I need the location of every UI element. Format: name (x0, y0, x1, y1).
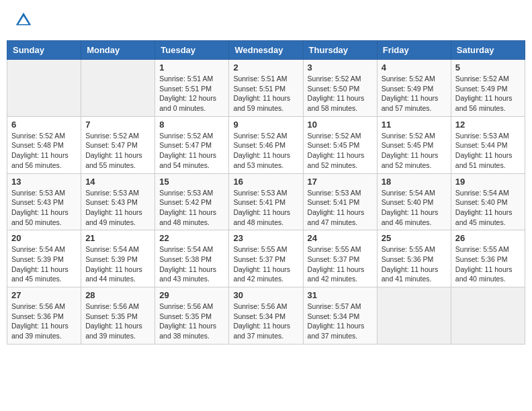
day-info: Sunrise: 5:52 AM Sunset: 5:48 PM Dayligh… (11, 131, 77, 171)
calendar-cell (377, 287, 451, 345)
calendar-cell: 12Sunrise: 5:53 AM Sunset: 5:44 PM Dayli… (451, 116, 525, 173)
calendar-cell (7, 60, 81, 117)
day-number: 11 (382, 120, 447, 130)
calendar-table: SundayMondayTuesdayWednesdayThursdayFrid… (7, 40, 525, 345)
day-number: 21 (85, 233, 150, 243)
day-info: Sunrise: 5:54 AM Sunset: 5:40 PM Dayligh… (455, 188, 521, 228)
day-number: 16 (233, 177, 298, 187)
day-number: 30 (233, 290, 298, 300)
day-number: 20 (11, 233, 77, 243)
calendar-week-5: 27Sunrise: 5:56 AM Sunset: 5:36 PM Dayli… (7, 287, 525, 345)
day-info: Sunrise: 5:55 AM Sunset: 5:36 PM Dayligh… (455, 244, 521, 284)
calendar-cell (451, 287, 525, 345)
day-number: 3 (308, 62, 373, 73)
day-info: Sunrise: 5:51 AM Sunset: 5:51 PM Dayligh… (233, 74, 298, 113)
calendar-cell: 6Sunrise: 5:52 AM Sunset: 5:48 PM Daylig… (7, 116, 81, 173)
day-number: 19 (455, 177, 521, 187)
day-number: 17 (308, 177, 373, 187)
day-number: 25 (382, 233, 447, 243)
day-number: 5 (455, 62, 521, 73)
weekday-header-thursday: Thursday (303, 41, 377, 60)
calendar-header: SundayMondayTuesdayWednesdayThursdayFrid… (7, 41, 525, 60)
calendar-cell: 29Sunrise: 5:56 AM Sunset: 5:35 PM Dayli… (155, 287, 229, 345)
day-info: Sunrise: 5:54 AM Sunset: 5:39 PM Dayligh… (11, 244, 77, 284)
calendar-cell: 26Sunrise: 5:55 AM Sunset: 5:36 PM Dayli… (451, 230, 525, 287)
day-info: Sunrise: 5:52 AM Sunset: 5:45 PM Dayligh… (308, 131, 373, 171)
day-number: 6 (11, 120, 77, 130)
day-info: Sunrise: 5:53 AM Sunset: 5:42 PM Dayligh… (159, 188, 224, 228)
weekday-header-friday: Friday (377, 41, 451, 60)
day-info: Sunrise: 5:56 AM Sunset: 5:35 PM Dayligh… (85, 302, 150, 341)
day-number: 7 (85, 120, 150, 130)
calendar-cell: 2Sunrise: 5:51 AM Sunset: 5:51 PM Daylig… (229, 60, 303, 117)
calendar-cell: 31Sunrise: 5:57 AM Sunset: 5:34 PM Dayli… (303, 287, 377, 345)
calendar-cell: 15Sunrise: 5:53 AM Sunset: 5:42 PM Dayli… (155, 173, 229, 230)
day-info: Sunrise: 5:52 AM Sunset: 5:50 PM Dayligh… (308, 74, 373, 113)
calendar-cell: 13Sunrise: 5:53 AM Sunset: 5:43 PM Dayli… (7, 173, 81, 230)
day-info: Sunrise: 5:52 AM Sunset: 5:46 PM Dayligh… (233, 131, 298, 171)
calendar-week-4: 20Sunrise: 5:54 AM Sunset: 5:39 PM Dayli… (7, 230, 525, 287)
day-info: Sunrise: 5:52 AM Sunset: 5:49 PM Dayligh… (455, 74, 521, 113)
calendar-week-2: 6Sunrise: 5:52 AM Sunset: 5:48 PM Daylig… (7, 116, 525, 173)
weekday-header-monday: Monday (81, 41, 155, 60)
day-number: 2 (233, 62, 298, 73)
weekday-header-saturday: Saturday (451, 41, 525, 60)
calendar-cell: 4Sunrise: 5:52 AM Sunset: 5:49 PM Daylig… (377, 60, 451, 117)
calendar-body: 1Sunrise: 5:51 AM Sunset: 5:51 PM Daylig… (7, 60, 525, 345)
day-number: 22 (159, 233, 224, 243)
day-info: Sunrise: 5:52 AM Sunset: 5:49 PM Dayligh… (382, 74, 447, 113)
day-number: 27 (11, 290, 77, 300)
day-info: Sunrise: 5:53 AM Sunset: 5:41 PM Dayligh… (233, 188, 298, 228)
calendar-cell: 27Sunrise: 5:56 AM Sunset: 5:36 PM Dayli… (7, 287, 81, 345)
day-info: Sunrise: 5:52 AM Sunset: 5:47 PM Dayligh… (159, 131, 224, 171)
calendar-cell: 23Sunrise: 5:55 AM Sunset: 5:37 PM Dayli… (229, 230, 303, 287)
day-info: Sunrise: 5:57 AM Sunset: 5:34 PM Dayligh… (308, 302, 373, 341)
calendar-week-3: 13Sunrise: 5:53 AM Sunset: 5:43 PM Dayli… (7, 173, 525, 230)
calendar-cell: 1Sunrise: 5:51 AM Sunset: 5:51 PM Daylig… (155, 60, 229, 117)
day-info: Sunrise: 5:54 AM Sunset: 5:38 PM Dayligh… (159, 244, 224, 284)
calendar-cell: 22Sunrise: 5:54 AM Sunset: 5:38 PM Dayli… (155, 230, 229, 287)
weekday-header-row: SundayMondayTuesdayWednesdayThursdayFrid… (7, 41, 525, 60)
day-info: Sunrise: 5:55 AM Sunset: 5:37 PM Dayligh… (233, 244, 298, 284)
day-number: 13 (11, 177, 77, 187)
day-info: Sunrise: 5:54 AM Sunset: 5:40 PM Dayligh… (382, 188, 447, 228)
calendar-cell (81, 60, 155, 117)
calendar-cell: 30Sunrise: 5:56 AM Sunset: 5:34 PM Dayli… (229, 287, 303, 345)
calendar-cell: 9Sunrise: 5:52 AM Sunset: 5:46 PM Daylig… (229, 116, 303, 173)
day-number: 28 (85, 290, 150, 300)
day-number: 4 (382, 62, 447, 73)
calendar-cell: 18Sunrise: 5:54 AM Sunset: 5:40 PM Dayli… (377, 173, 451, 230)
day-number: 8 (159, 120, 224, 130)
calendar-cell: 28Sunrise: 5:56 AM Sunset: 5:35 PM Dayli… (81, 287, 155, 345)
day-info: Sunrise: 5:51 AM Sunset: 5:51 PM Dayligh… (159, 74, 224, 113)
weekday-header-sunday: Sunday (7, 41, 81, 60)
day-info: Sunrise: 5:56 AM Sunset: 5:36 PM Dayligh… (11, 302, 77, 341)
day-number: 29 (159, 290, 224, 300)
calendar-cell: 24Sunrise: 5:55 AM Sunset: 5:37 PM Dayli… (303, 230, 377, 287)
day-info: Sunrise: 5:52 AM Sunset: 5:45 PM Dayligh… (382, 131, 447, 171)
calendar-cell: 10Sunrise: 5:52 AM Sunset: 5:45 PM Dayli… (303, 116, 377, 173)
day-info: Sunrise: 5:56 AM Sunset: 5:34 PM Dayligh… (233, 302, 298, 341)
day-info: Sunrise: 5:53 AM Sunset: 5:43 PM Dayligh… (11, 188, 77, 228)
calendar-cell: 5Sunrise: 5:52 AM Sunset: 5:49 PM Daylig… (451, 60, 525, 117)
day-info: Sunrise: 5:53 AM Sunset: 5:43 PM Dayligh… (85, 188, 150, 228)
day-info: Sunrise: 5:55 AM Sunset: 5:37 PM Dayligh… (308, 244, 373, 284)
weekday-header-wednesday: Wednesday (229, 41, 303, 60)
day-number: 1 (159, 62, 224, 73)
calendar-cell: 19Sunrise: 5:54 AM Sunset: 5:40 PM Dayli… (451, 173, 525, 230)
day-number: 15 (159, 177, 224, 187)
day-number: 9 (233, 120, 298, 130)
day-number: 18 (382, 177, 447, 187)
day-number: 10 (308, 120, 373, 130)
calendar-cell: 16Sunrise: 5:53 AM Sunset: 5:41 PM Dayli… (229, 173, 303, 230)
calendar-cell: 7Sunrise: 5:52 AM Sunset: 5:47 PM Daylig… (81, 116, 155, 173)
day-info: Sunrise: 5:56 AM Sunset: 5:35 PM Dayligh… (159, 302, 224, 341)
calendar-cell: 14Sunrise: 5:53 AM Sunset: 5:43 PM Dayli… (81, 173, 155, 230)
calendar-cell: 25Sunrise: 5:55 AM Sunset: 5:36 PM Dayli… (377, 230, 451, 287)
logo-icon (13, 10, 34, 30)
calendar-cell: 3Sunrise: 5:52 AM Sunset: 5:50 PM Daylig… (303, 60, 377, 117)
day-number: 12 (455, 120, 521, 130)
calendar-cell: 11Sunrise: 5:52 AM Sunset: 5:45 PM Dayli… (377, 116, 451, 173)
day-number: 24 (308, 233, 373, 243)
day-info: Sunrise: 5:53 AM Sunset: 5:44 PM Dayligh… (455, 131, 521, 171)
